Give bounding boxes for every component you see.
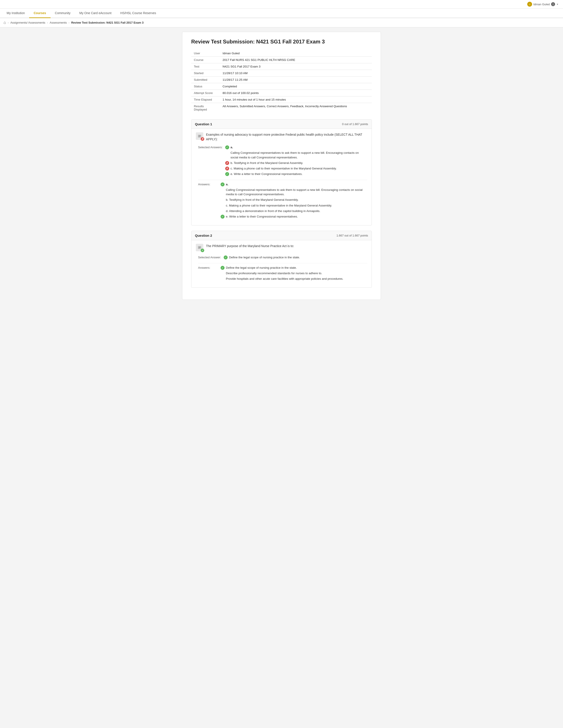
q2-selected-content: ✓ Define the legal scope of nursing prac… xyxy=(224,255,367,261)
tab-courses[interactable]: Courses xyxy=(29,9,50,18)
nav-tabs: My Institution Courses Community My One … xyxy=(0,9,563,18)
info-row-attempt: Attempt Score 80.016 out of 100.02 point… xyxy=(191,90,372,96)
selected-answer-a-letter: a. xyxy=(230,146,233,149)
breadcrumb-assignments[interactable]: Assignments/ Assessments xyxy=(10,21,45,24)
submitted-value: 11/28/17 11:25 AM xyxy=(220,77,372,83)
question-1-section: Question 1 0 out of 1.667 points ✗ xyxy=(191,119,372,225)
question-1-status-icon: ✗ xyxy=(201,137,204,141)
time-label: Time Elapsed xyxy=(191,96,220,103)
correct-answer-a: ✓ a. xyxy=(220,182,367,187)
answers-label: Answers: xyxy=(198,182,218,186)
selected-answer-a-detail: Calling Congressional representatives to… xyxy=(225,151,367,160)
tab-my-one-card[interactable]: My One Card eAccount xyxy=(75,9,116,18)
divider xyxy=(198,180,367,180)
test-value: N421 SG1 Fall 2017 Exam 3 xyxy=(220,63,372,70)
breadcrumb-assessments[interactable]: Assessments xyxy=(50,21,67,24)
question-1-text-row: ✗ Examples of nursing advocacy to suppor… xyxy=(196,132,367,142)
started-value: 11/28/17 10:10 AM xyxy=(220,70,372,77)
correct-answers-content: ✓ a. Calling Congressional representativ… xyxy=(220,182,367,220)
q2-selected-text: Define the legal scope of nursing practi… xyxy=(229,255,367,260)
check-wrong-icon-b: ✗ xyxy=(225,161,229,165)
question-1-score: 0 out of 1.667 points xyxy=(342,122,368,126)
question-2-icon-wrap: ✓ xyxy=(196,244,204,252)
info-row-user: User Idman Guled xyxy=(191,50,372,57)
question-1-text: Examples of nursing advocacy to support … xyxy=(206,132,367,142)
selected-answer-c-text: c. Making a phone call to their represen… xyxy=(230,166,367,171)
correct-answer-e-text: e. Write a letter to their Congressional… xyxy=(226,214,367,219)
notification-badge: 1 xyxy=(551,2,555,6)
page-title: Review Test Submission: N421 SG1 Fall 20… xyxy=(191,39,372,45)
question-2-body: ✓ The PRIMARY purpose of the Maryland Nu… xyxy=(191,240,372,287)
question-2-text-row: ✓ The PRIMARY purpose of the Maryland Nu… xyxy=(196,244,367,252)
correct-answer-c: c. Making a phone call to their represen… xyxy=(226,203,367,208)
selected-answer-b: ✗ b. Testifying in front of the Maryland… xyxy=(225,161,367,165)
question-2-header: Question 2 1.667 out of 1.667 points xyxy=(191,231,372,240)
breadcrumb-sep-3: › xyxy=(68,21,69,24)
correct-answer-d: d. Attending a demonstration in front of… xyxy=(226,209,367,213)
results-value: All Answers, Submitted Answers, Correct … xyxy=(220,103,372,113)
user-avatar-icon: ☺ xyxy=(527,2,532,7)
selected-answer-a: ✓ a. xyxy=(225,145,367,150)
question-2-selected-row: Selected Answer: ✓ Define the legal scop… xyxy=(198,255,367,261)
time-value: 1 hour, 14 minutes out of 1 hour and 15 … xyxy=(220,96,372,103)
correct-answer-b: b. Testifying in front of the Maryland G… xyxy=(226,198,367,202)
correct-check-a: ✓ xyxy=(220,182,224,186)
correct-check-e: ✓ xyxy=(220,215,224,219)
started-label: Started xyxy=(191,70,220,77)
submitted-label: Submitted xyxy=(191,77,220,83)
breadcrumb: ⌂ › Assignments/ Assessments › Assessmen… xyxy=(0,18,563,27)
info-table: User Idman Guled Course 2017 Fall NURS 4… xyxy=(191,50,372,113)
selected-answers-label: Selected Answers: xyxy=(198,145,222,149)
correct-answer-a-detail-text: Calling Congressional representatives to… xyxy=(226,188,367,197)
correct-answer-a-text: a. xyxy=(226,182,367,187)
question-2-selected-answers: Selected Answer: ✓ Define the legal scop… xyxy=(198,255,367,282)
q2-correct-answer-1-text: Define the legal scope of nursing practi… xyxy=(226,266,367,270)
info-row-status: Status Completed xyxy=(191,83,372,90)
check-correct-icon-e: ✓ xyxy=(225,172,229,176)
question-2-score: 1.667 out of 1.667 points xyxy=(337,234,368,237)
info-row-submitted: Submitted 11/28/17 11:25 AM xyxy=(191,77,372,83)
q2-correct-answers-content: ✓ Define the legal scope of nursing prac… xyxy=(220,266,367,282)
tab-community[interactable]: Community xyxy=(51,9,75,18)
correct-answer-a-detail: Calling Congressional representatives to… xyxy=(220,188,367,197)
info-row-results: Results Displayed All Answers, Submitted… xyxy=(191,103,372,113)
q2-check-correct: ✓ xyxy=(224,255,227,259)
q2-correct-answer-3: Provide hospitals and other acute care f… xyxy=(226,277,367,281)
attempt-value: 80.016 out of 100.02 points xyxy=(220,90,372,96)
question-1-answers-row: Answers: ✓ a. Calling Congressional repr… xyxy=(198,182,367,220)
info-row-time: Time Elapsed 1 hour, 14 minutes out of 1… xyxy=(191,96,372,103)
correct-answer-e: ✓ e. Write a letter to their Congression… xyxy=(220,214,367,219)
q2-selected-answer: ✓ Define the legal scope of nursing prac… xyxy=(224,255,367,260)
info-row-test: Test N421 SG1 Fall 2017 Exam 3 xyxy=(191,63,372,70)
selected-answer-a-text: a. xyxy=(230,145,367,150)
course-label: Course xyxy=(191,57,220,63)
chevron-down-icon[interactable]: ▼ xyxy=(556,3,559,6)
breadcrumb-current: Review Test Submission: N421 SG1 Fall 20… xyxy=(71,21,143,24)
info-row-course: Course 2017 Fall NURS 421 SG1 PUBLIC HLT… xyxy=(191,57,372,63)
question-1-selected-row: Selected Answers: ✓ a. Calling Congressi… xyxy=(198,145,367,178)
q2-correct-answer-1: ✓ Define the legal scope of nursing prac… xyxy=(220,266,367,270)
results-label: Results Displayed xyxy=(191,103,220,113)
question-1-title: Question 1 xyxy=(195,122,212,126)
check-wrong-icon-c: ✗ xyxy=(225,167,229,171)
question-2-section: Question 2 1.667 out of 1.667 points ✓ xyxy=(191,231,372,288)
selected-answer-c: ✗ c. Making a phone call to their repres… xyxy=(225,166,367,171)
username-label: Idman Guled xyxy=(533,3,550,6)
question-2-text: The PRIMARY purpose of the Maryland Nurs… xyxy=(206,244,294,248)
selected-answers-content: ✓ a. Calling Congressional representativ… xyxy=(225,145,367,178)
tab-hs-hsl[interactable]: HS/HSL Course Reserves xyxy=(116,9,160,18)
breadcrumb-sep-2: › xyxy=(47,21,48,24)
home-icon[interactable]: ⌂ xyxy=(4,20,6,25)
tab-my-institution[interactable]: My Institution xyxy=(2,9,29,18)
main-content: Review Test Submission: N421 SG1 Fall 20… xyxy=(182,32,381,300)
status-label: Status xyxy=(191,83,220,90)
top-bar: ☺ Idman Guled 1 ▼ xyxy=(0,0,563,9)
question-1-header: Question 1 0 out of 1.667 points xyxy=(191,120,372,129)
user-label: User xyxy=(191,50,220,57)
user-value: Idman Guled xyxy=(220,50,372,57)
selected-answer-b-text: b. Testifying in front of the Maryland G… xyxy=(230,161,367,165)
q2-correct-answer-2: Describe professionally recommended stan… xyxy=(226,271,367,276)
question-1-body: ✗ Examples of nursing advocacy to suppor… xyxy=(191,129,372,225)
breadcrumb-sep-1: › xyxy=(8,21,9,24)
status-value: Completed xyxy=(220,83,372,90)
